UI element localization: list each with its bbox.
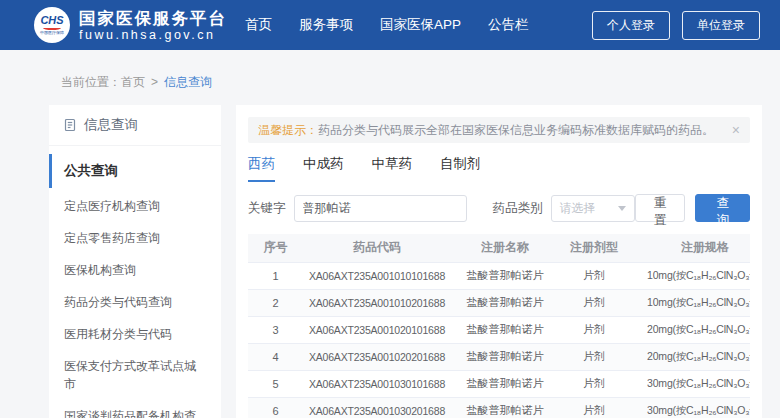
table-row: 6 XA06AXT235A001030201688 盐酸普那帕诺片 片剂 30m… — [248, 397, 750, 418]
sidebar-title: 信息查询 — [49, 105, 221, 146]
column-header-drug-code: 药品代码 — [303, 234, 451, 262]
brand[interactable]: CHS 中国医疗保障 国家医保服务平台 fuwu.nhsa.gov.cn — [34, 7, 227, 43]
logo-subtext: 中国医疗保障 — [40, 30, 64, 35]
cell-drug-code: XA06AXT235A001030201688 — [303, 397, 451, 418]
unit-login-button[interactable]: 单位登录 — [682, 11, 760, 40]
notice-prefix: 温馨提示： — [258, 122, 318, 139]
cell-registered-name: 盐酸普那帕诺片 — [451, 397, 559, 418]
sidebar-item-negotiated-drug-institutions[interactable]: 国家谈判药品配备机构查询 — [49, 400, 221, 418]
cell-spec: 30mg(按C₁₈H₂₆ClN₃O₃计) — [629, 397, 750, 418]
cell-dosage-form: 片剂 — [559, 343, 629, 370]
cell-index: 5 — [248, 370, 303, 397]
sidebar-title-label: 信息查询 — [84, 116, 138, 134]
notice-bar: 温馨提示： 药品分类与代码展示全部在国家医保信息业务编码标准数据库赋码的药品。 … — [248, 117, 750, 143]
site-titles: 国家医保服务平台 fuwu.nhsa.gov.cn — [79, 9, 227, 42]
keyword-input[interactable] — [294, 195, 467, 222]
breadcrumb: 当前位置：首页>信息查询 — [0, 50, 780, 105]
cell-registered-name: 盐酸普那帕诺片 — [451, 343, 559, 370]
nav-item-app[interactable]: 国家医保APP — [380, 16, 461, 34]
cell-dosage-form: 片剂 — [559, 370, 629, 397]
tab-self-prepared[interactable]: 自制剂 — [440, 155, 481, 182]
reset-button[interactable]: 重置 — [635, 194, 686, 222]
top-header: CHS 中国医疗保障 国家医保服务平台 fuwu.nhsa.gov.cn 首页 … — [0, 0, 780, 50]
cell-drug-code: XA06AXT235A001010101688 — [303, 262, 451, 289]
sidebar: 信息查询 公共查询 定点医疗机构查询 定点零售药店查询 医保机构查询 药品分类与… — [49, 105, 221, 418]
column-header-index: 序号 — [248, 234, 303, 262]
page: CHS 中国医疗保障 国家医保服务平台 fuwu.nhsa.gov.cn 首页 … — [0, 0, 780, 418]
personal-login-button[interactable]: 个人登录 — [592, 11, 670, 40]
cell-dosage-form: 片剂 — [559, 316, 629, 343]
cell-drug-code: XA06AXT235A001030101688 — [303, 370, 451, 397]
cell-index: 1 — [248, 262, 303, 289]
table-header-row: 序号 药品代码 注册名称 注册剂型 注册规格 — [248, 234, 750, 262]
cell-spec: 10mg(按C₁₈H₂₆ClN₃O₃计) — [629, 262, 750, 289]
site-title: 国家医保服务平台 — [79, 9, 227, 27]
breadcrumb-separator: > — [151, 75, 158, 89]
content: 信息查询 公共查询 定点医疗机构查询 定点零售药店查询 医保机构查询 药品分类与… — [0, 105, 780, 418]
nav-item-announcements[interactable]: 公告栏 — [488, 16, 529, 34]
sidebar-item-drug-code[interactable]: 药品分类与代码查询 — [49, 286, 221, 318]
tab-chinese-patent-medicine[interactable]: 中成药 — [303, 155, 344, 182]
table-row: 2 XA06AXT235A001010201688 盐酸普那帕诺片 片剂 10m… — [248, 289, 750, 316]
search-button[interactable]: 查询 — [695, 194, 750, 222]
main-nav: 首页 服务事项 国家医保APP 公告栏 — [245, 16, 529, 34]
sidebar-section-public-query[interactable]: 公共查询 — [49, 154, 221, 188]
category-select[interactable]: 请选择 — [551, 195, 635, 222]
category-select-placeholder: 请选择 — [560, 200, 618, 217]
cell-spec: 30mg(按C₁₈H₂₆ClN₃O₃计) — [629, 370, 750, 397]
breadcrumb-current: 信息查询 — [164, 75, 212, 89]
drug-type-tabs: 西药 中成药 中草药 自制剂 — [248, 155, 750, 182]
chevron-down-icon — [618, 206, 626, 211]
cell-index: 2 — [248, 289, 303, 316]
sidebar-item-retail-pharmacy[interactable]: 定点零售药店查询 — [49, 222, 221, 254]
cell-registered-name: 盐酸普那帕诺片 — [451, 289, 559, 316]
cell-registered-name: 盐酸普那帕诺片 — [451, 370, 559, 397]
login-buttons: 个人登录 单位登录 — [592, 11, 760, 40]
table-row: 5 XA06AXT235A001030101688 盐酸普那帕诺片 片剂 30m… — [248, 370, 750, 397]
chs-logo-icon: CHS 中国医疗保障 — [34, 7, 70, 43]
cell-spec: 10mg(按C₁₈H₂₆ClN₃O₃计) — [629, 289, 750, 316]
main-panel: 温馨提示： 药品分类与代码展示全部在国家医保信息业务编码标准数据库赋码的药品。 … — [236, 105, 762, 418]
sidebar-item-payment-reform-cities[interactable]: 医保支付方式改革试点城市 — [49, 350, 221, 400]
sidebar-item-medical-institution[interactable]: 定点医疗机构查询 — [49, 190, 221, 222]
cell-dosage-form: 片剂 — [559, 262, 629, 289]
cell-registered-name: 盐酸普那帕诺片 — [451, 316, 559, 343]
cell-dosage-form: 片剂 — [559, 397, 629, 418]
cell-drug-code: XA06AXT235A001020201688 — [303, 343, 451, 370]
column-header-registered-name: 注册名称 — [451, 234, 559, 262]
breadcrumb-prefix: 当前位置： — [61, 75, 121, 89]
column-header-spec: 注册规格 — [629, 234, 750, 262]
table-row: 4 XA06AXT235A001020201688 盐酸普那帕诺片 片剂 20m… — [248, 343, 750, 370]
cell-index: 6 — [248, 397, 303, 418]
nav-item-home[interactable]: 首页 — [245, 16, 272, 34]
nav-item-services[interactable]: 服务事项 — [299, 16, 353, 34]
results-table: 序号 药品代码 注册名称 注册剂型 注册规格 1 XA06AXT235A0010… — [248, 234, 750, 418]
site-domain: fuwu.nhsa.gov.cn — [79, 29, 227, 42]
cell-index: 4 — [248, 343, 303, 370]
cell-spec: 20mg(按C₁₈H₂₆ClN₃O₃计) — [629, 316, 750, 343]
cell-dosage-form: 片剂 — [559, 289, 629, 316]
sidebar-item-insurance-agency[interactable]: 医保机构查询 — [49, 254, 221, 286]
keyword-label: 关键字 — [248, 200, 286, 217]
category-label: 药品类别 — [493, 200, 543, 217]
results-table-wrap[interactable]: 序号 药品代码 注册名称 注册剂型 注册规格 1 XA06AXT235A0010… — [248, 234, 750, 418]
breadcrumb-home-link[interactable]: 首页 — [121, 75, 145, 89]
cell-spec: 20mg(按C₁₈H₂₆ClN₃O₃计) — [629, 343, 750, 370]
cell-drug-code: XA06AXT235A001020101688 — [303, 316, 451, 343]
logo-text: CHS — [40, 15, 63, 26]
cell-index: 3 — [248, 316, 303, 343]
sidebar-list: 定点医疗机构查询 定点零售药店查询 医保机构查询 药品分类与代码查询 医用耗材分… — [49, 190, 221, 418]
filter-bar: 关键字 药品类别 请选择 重置 查询 — [248, 194, 750, 222]
notice-text: 药品分类与代码展示全部在国家医保信息业务编码标准数据库赋码的药品。 — [318, 122, 714, 139]
tab-chinese-herbal-medicine[interactable]: 中草药 — [372, 155, 413, 182]
table-row: 3 XA06AXT235A001020101688 盐酸普那帕诺片 片剂 20m… — [248, 316, 750, 343]
cell-drug-code: XA06AXT235A001010201688 — [303, 289, 451, 316]
table-row: 1 XA06AXT235A001010101688 盐酸普那帕诺片 片剂 10m… — [248, 262, 750, 289]
document-icon — [63, 118, 77, 132]
cell-registered-name: 盐酸普那帕诺片 — [451, 262, 559, 289]
close-icon[interactable]: × — [724, 122, 740, 138]
column-header-dosage-form: 注册剂型 — [559, 234, 629, 262]
tab-western-medicine[interactable]: 西药 — [248, 155, 275, 182]
sidebar-item-consumables-code[interactable]: 医用耗材分类与代码 — [49, 318, 221, 350]
